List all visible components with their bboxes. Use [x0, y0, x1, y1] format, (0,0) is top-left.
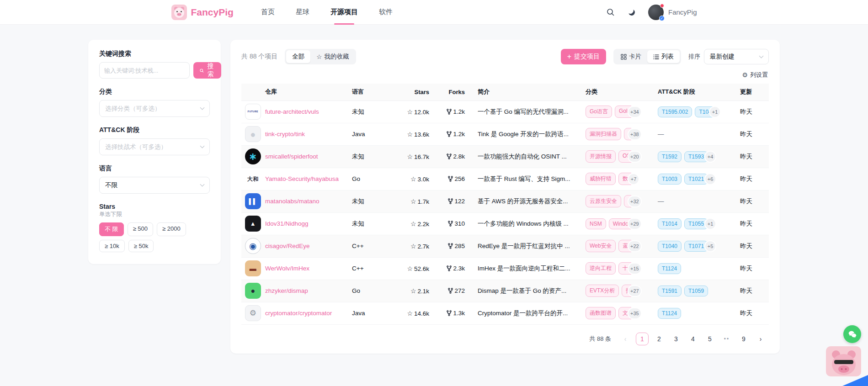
attck-tag[interactable]: T1059 — [684, 286, 708, 296]
repo-forks: 1.3k — [433, 302, 469, 324]
sort-select[interactable]: 最新创建 — [704, 49, 769, 64]
column-settings-button[interactable]: ⚙ 列设置 — [742, 71, 768, 79]
search-button[interactable]: 搜索 — [193, 62, 221, 79]
more-attck-badge[interactable]: +5 — [704, 240, 716, 252]
more-categories-badge[interactable]: +7 — [628, 173, 639, 185]
more-categories-badge[interactable]: +29 — [628, 218, 642, 230]
category-tag[interactable]: 函数图谱 — [586, 307, 616, 319]
user-menu[interactable]: ✓ FancyPig — [648, 5, 697, 20]
category-tag[interactable]: EVTX分析 — [586, 285, 619, 297]
submit-project-button[interactable]: + 提交项目 — [561, 49, 606, 64]
more-categories-badge[interactable]: +35 — [628, 307, 642, 319]
nav-item-home[interactable]: 首页 — [261, 0, 275, 25]
category-tag[interactable]: 云原生安全 — [586, 195, 621, 207]
stars-pill-10k[interactable]: ≥ 10k — [99, 240, 125, 252]
attck-tag[interactable]: T1014 — [658, 218, 682, 229]
page-button-4[interactable]: 4 — [687, 333, 699, 345]
table-row[interactable]: ▌▌ matanolabs/matano 未知 ☆1.7k 122 基于 AWS… — [241, 190, 769, 212]
attck-tag[interactable]: T1124 — [658, 308, 681, 319]
page-button-3[interactable]: 3 — [670, 333, 682, 345]
stars-pill-50k[interactable]: ≥ 50k — [128, 240, 154, 252]
prev-page-button[interactable]: ‹ — [619, 333, 632, 345]
repo-link[interactable]: zhzyker/dismap — [265, 287, 308, 294]
more-attck-badge[interactable]: +1 — [709, 106, 721, 118]
attck-tag[interactable]: T1591 — [658, 286, 682, 296]
tab-all[interactable]: 全部 — [286, 50, 310, 63]
repo-link[interactable]: tink-crypto/tink — [265, 131, 305, 137]
pagination-ellipsis[interactable]: •• — [720, 333, 733, 345]
category-tag[interactable]: NSM — [586, 218, 606, 229]
repo-updated: 昨天 — [736, 257, 769, 280]
repo-description: Cryptomator 是一款跨平台的开... — [469, 302, 582, 324]
table-row[interactable]: ⚙ cryptomator/cryptomator Java ☆14.6k 1.… — [241, 302, 769, 324]
repo-link[interactable]: Yamato-Security/hayabusa — [265, 175, 339, 182]
tab-favorites[interactable]: ☆ 我的收藏 — [310, 50, 355, 63]
more-attck-badge[interactable]: +6 — [704, 173, 716, 185]
stars-pill-unlimited[interactable]: 不 限 — [99, 222, 124, 236]
more-categories-badge[interactable]: +20 — [628, 151, 642, 163]
nav-item-planet[interactable]: 星球 — [296, 0, 309, 25]
view-list-button[interactable]: 列表 — [647, 50, 680, 63]
page-button-5[interactable]: 5 — [703, 333, 716, 345]
repo-link[interactable]: WerWolv/ImHex — [265, 265, 309, 272]
repo-link[interactable]: Idov31/Nidhogg — [265, 220, 309, 227]
dark-mode-icon[interactable] — [627, 8, 636, 17]
page-button-2[interactable]: 2 — [653, 333, 666, 345]
nav-item-opensource[interactable]: 开源项目 — [330, 0, 358, 25]
search-icon[interactable] — [606, 8, 615, 17]
repo-link[interactable]: smicallef/spiderfoot — [265, 153, 318, 160]
view-card-button[interactable]: 卡片 — [615, 50, 647, 63]
nav-item-software[interactable]: 软件 — [379, 0, 393, 25]
category-tag[interactable]: 威胁狩猎 — [586, 173, 616, 185]
table-row[interactable]: FUTURE future-architect/vuls 未知 ☆12.0k 1… — [241, 100, 769, 123]
attck-tag[interactable]: T1595.002 — [658, 106, 692, 117]
keyword-input[interactable] — [99, 62, 190, 79]
star-icon: ☆ — [316, 53, 322, 60]
table-row[interactable]: ● tink-crypto/tink Java ☆13.6k 1.2k Tink… — [241, 123, 769, 145]
stars-pill-500[interactable]: ≥ 500 — [128, 222, 153, 236]
attck-tag[interactable]: T1592 — [658, 151, 682, 162]
attck-tag[interactable]: T1124 — [658, 263, 681, 274]
page-button-1[interactable]: 1 — [636, 333, 649, 345]
repo-link[interactable]: cryptomator/cryptomator — [265, 310, 332, 317]
more-categories-badge[interactable]: +27 — [628, 285, 642, 297]
table-row[interactable]: ● zhzyker/dismap Go ☆2.1k 272 Dismap 是一款… — [241, 280, 769, 302]
chat-corner-button[interactable] — [842, 375, 868, 386]
repo-link[interactable]: matanolabs/matano — [265, 198, 320, 205]
more-attck-badge[interactable]: +4 — [704, 151, 716, 163]
wechat-button[interactable] — [843, 325, 861, 343]
repo-link[interactable]: cisagov/RedEye — [265, 243, 310, 249]
repo-stars: ☆2.2k — [395, 212, 433, 235]
table-row[interactable]: ◉ cisagov/RedEye C++ ☆2.7k 285 RedEye 是一… — [241, 235, 769, 257]
category-select[interactable]: 选择分类（可多选） — [99, 100, 210, 117]
category-tag[interactable]: 漏洞扫描器 — [586, 128, 621, 140]
more-categories-badge[interactable]: +22 — [628, 240, 642, 252]
table-row[interactable]: ▲ Idov31/Nidhogg 未知 ☆2.2k 310 一个多功能的 Win… — [241, 212, 769, 235]
column-settings-label: 列设置 — [750, 71, 768, 79]
table-row[interactable]: 大和 Yamato-Security/hayabusa Go ☆3.0k 256… — [241, 168, 769, 190]
category-tag[interactable]: Go语言 — [586, 106, 612, 118]
more-categories-badge[interactable]: +15 — [628, 263, 642, 275]
category-tag[interactable]: Web安全 — [586, 240, 616, 252]
pig-mascot-widget[interactable] — [826, 346, 861, 376]
attck-select[interactable]: 选择技战术（可多选） — [99, 138, 210, 155]
category-tag[interactable]: 开源情报 — [586, 150, 616, 163]
more-attck-badge[interactable]: +1 — [704, 218, 716, 230]
attck-tag[interactable]: T1003 — [658, 174, 682, 185]
table-row[interactable]: ▬ WerWolv/ImHex C++ ☆52.6k 2.3k ImHex 是一… — [241, 257, 769, 280]
page-button-9[interactable]: 9 — [737, 333, 750, 345]
chevron-down-icon — [759, 53, 764, 58]
verified-badge-icon: ✓ — [659, 16, 665, 21]
stars-pill-2000[interactable]: ≥ 2000 — [157, 222, 186, 236]
brand[interactable]: FancyPig — [171, 5, 234, 20]
more-categories-badge[interactable]: +32 — [628, 196, 642, 207]
repo-link[interactable]: future-architect/vuls — [265, 108, 319, 115]
category-tag[interactable]: 逆向工程 — [586, 262, 616, 275]
attck-tag[interactable]: T1040 — [658, 241, 682, 252]
next-page-button[interactable]: › — [754, 333, 767, 345]
language-select[interactable]: 不限 — [99, 177, 210, 194]
collection-tabs: 全部 ☆ 我的收藏 — [285, 49, 356, 64]
more-categories-badge[interactable]: +38 — [628, 128, 642, 140]
more-categories-badge[interactable]: +34 — [628, 106, 642, 118]
table-row[interactable]: ∗ smicallef/spiderfoot 未知 ☆16.7k 2.8k 一款… — [241, 145, 769, 168]
